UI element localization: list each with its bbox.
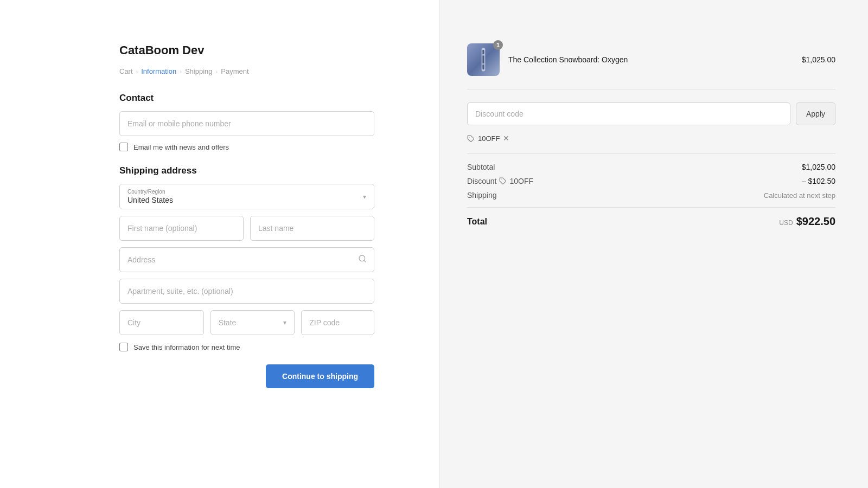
shipping-row: Shipping Calculated at next step [467, 191, 835, 200]
country-label: Country/Region [127, 189, 366, 195]
address-group [119, 247, 374, 272]
discount-row: Apply [467, 102, 835, 125]
breadcrumb-information[interactable]: Information [141, 67, 176, 75]
save-info-checkbox[interactable] [119, 343, 128, 351]
svg-rect-5 [482, 63, 485, 65]
country-group: Country/Region United States ▾ [119, 184, 374, 209]
remove-discount-button[interactable]: ✕ [503, 134, 509, 142]
product-image-wrapper: 1 [467, 43, 500, 76]
svg-rect-3 [482, 50, 484, 70]
email-news-label[interactable]: Email me with news and offers [133, 143, 229, 151]
total-label: Total [467, 217, 487, 227]
city-input[interactable] [119, 310, 204, 335]
applied-code-text: 10OFF [478, 134, 500, 143]
breadcrumb-sep-1: › [136, 68, 138, 75]
discount-label-text: Discount [467, 177, 496, 185]
email-input[interactable] [119, 111, 374, 136]
shipping-label: Shipping [467, 191, 497, 200]
svg-line-1 [364, 260, 366, 262]
apply-discount-button[interactable]: Apply [796, 102, 835, 125]
quantity-badge: 1 [493, 40, 503, 50]
discount-input[interactable] [467, 102, 790, 125]
breadcrumb-shipping[interactable]: Shipping [185, 67, 213, 75]
subtotal-value: $1,025.00 [802, 163, 835, 171]
discount-code-in-totals: 10OFF [509, 177, 533, 185]
apt-input[interactable] [119, 279, 374, 304]
total-value: $922.50 [796, 215, 835, 228]
tag-icon [467, 134, 475, 143]
product-price: $1,025.00 [802, 55, 835, 64]
total-row: Total USD $922.50 [467, 207, 835, 228]
country-select[interactable]: United States [127, 196, 366, 204]
subtotal-row: Subtotal $1,025.00 [467, 163, 835, 171]
breadcrumb-cart[interactable]: Cart [119, 67, 133, 75]
state-select[interactable]: State [219, 311, 287, 335]
applied-code-row: 10OFF ✕ [467, 134, 835, 143]
email-group [119, 111, 374, 136]
brand-title: CataBoom Dev [119, 43, 374, 57]
discount-row-totals: Discount 10OFF – $102.50 [467, 177, 835, 185]
totals-section: Subtotal $1,025.00 Discount 10OFF – $102… [467, 153, 835, 200]
discount-label-row: Discount 10OFF [467, 177, 533, 185]
breadcrumb-sep-3: › [216, 68, 218, 75]
zip-input[interactable] [301, 310, 374, 335]
shipping-section-title: Shipping address [119, 165, 374, 176]
last-name-input[interactable] [250, 216, 374, 241]
breadcrumb-sep-2: › [180, 68, 182, 75]
product-name: The Collection Snowboard: Oxygen [508, 55, 793, 64]
email-news-row: Email me with news and offers [119, 143, 374, 151]
breadcrumb-payment[interactable]: Payment [221, 67, 248, 75]
search-icon [358, 254, 367, 265]
address-input[interactable] [119, 247, 374, 272]
city-state-zip-row: State ▾ [119, 310, 374, 335]
first-name-input[interactable] [119, 216, 244, 241]
currency-label: USD [779, 219, 793, 227]
save-info-label[interactable]: Save this information for next time [133, 343, 240, 351]
shipping-value: Calculated at next step [764, 191, 835, 200]
discount-value: – $102.50 [802, 177, 835, 185]
right-panel: 1 The Collection Snowboard: Oxygen $1,02… [439, 0, 868, 488]
product-row: 1 The Collection Snowboard: Oxygen $1,02… [467, 43, 835, 89]
name-row [119, 216, 374, 241]
total-value-wrapper: USD $922.50 [779, 215, 835, 228]
save-info-row: Save this information for next time [119, 343, 374, 351]
svg-rect-4 [482, 54, 485, 56]
contact-section-title: Contact [119, 93, 374, 104]
apt-group [119, 279, 374, 304]
breadcrumb: Cart › Information › Shipping › Payment [119, 67, 374, 75]
state-select-wrapper: State ▾ [210, 310, 295, 335]
continue-button[interactable]: Continue to shipping [266, 364, 374, 388]
email-news-checkbox[interactable] [119, 143, 128, 151]
country-select-wrapper: Country/Region United States ▾ [119, 184, 374, 209]
left-panel: CataBoom Dev Cart › Information › Shippi… [0, 0, 439, 488]
subtotal-label: Subtotal [467, 163, 495, 171]
